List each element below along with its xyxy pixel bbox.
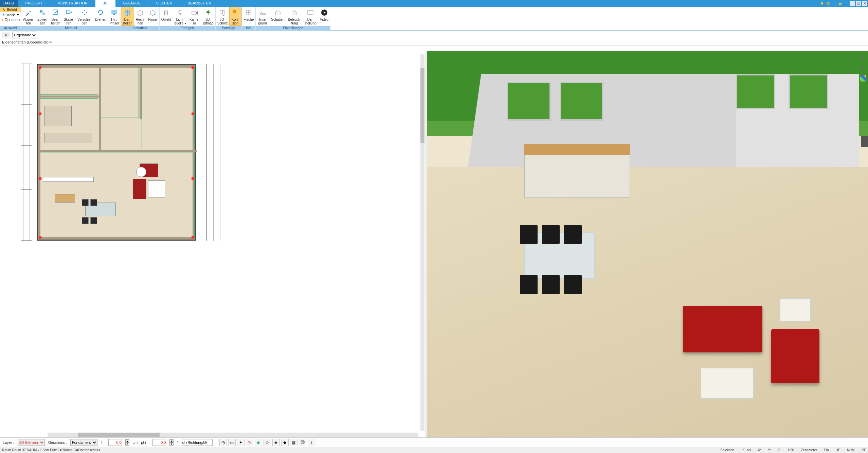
area-icon bbox=[244, 8, 253, 17]
btn-abgreifen[interactable]: Abgrei-fen bbox=[21, 7, 36, 26]
layers-icon[interactable]: ▥ bbox=[825, 1, 831, 6]
btn-schatten[interactable]: Schatten bbox=[269, 7, 286, 26]
btn-skalieren[interactable]: Skalie-ren bbox=[62, 7, 76, 26]
move-icon bbox=[80, 8, 89, 17]
tab-bearbeiten[interactable]: BEARBEITEN bbox=[180, 0, 219, 7]
btn-pinsel[interactable]: Pinsel bbox=[146, 7, 159, 26]
group-material-label: Material bbox=[21, 26, 121, 30]
deg-label: ° bbox=[177, 440, 178, 445]
eyedropper-icon bbox=[24, 8, 33, 17]
scene-3d[interactable] bbox=[427, 51, 868, 437]
tree-icon[interactable]: ☰ bbox=[837, 1, 843, 6]
btn-verschieben[interactable]: Verschie-ben bbox=[76, 7, 93, 26]
side-mark-label: Mark. bbox=[6, 13, 16, 17]
tree-panel-icon[interactable]: ❀ bbox=[859, 85, 867, 92]
tab-datei[interactable]: DATEI bbox=[0, 0, 18, 7]
btn-3d-schnitt[interactable]: 3D-Schnitt bbox=[216, 7, 230, 26]
geschoss-select[interactable]: Fundament bbox=[70, 439, 97, 446]
collision-icon bbox=[231, 8, 240, 17]
btn-darstellen[interactable]: Dar-stellen bbox=[121, 7, 134, 26]
pane-3d[interactable] bbox=[427, 51, 868, 437]
svg-point-5 bbox=[179, 10, 182, 14]
cube-calc-icon bbox=[136, 8, 145, 17]
ribbon: ↖ Selekt ✦ Mark. ▾ + Optionen Auswahl Ab… bbox=[0, 7, 868, 31]
chair-panel-icon[interactable]: ♜ bbox=[859, 65, 867, 72]
group-sonstige: 3D-Schnitt Kolli-sion Sonstige bbox=[215, 7, 242, 30]
grid-icon[interactable]: ▦ bbox=[290, 439, 297, 446]
btn-kamera[interactable]: Kame-ra bbox=[188, 7, 201, 26]
group-info: Fläche Info bbox=[241, 7, 255, 30]
group-einstellungen: Hinter-grund Schatten Beleuch-tung Dar-s… bbox=[255, 7, 330, 30]
close-icon[interactable]: ✕ bbox=[862, 1, 867, 6]
layer4-icon[interactable]: ◆ bbox=[281, 439, 289, 446]
chair-icon bbox=[162, 8, 170, 17]
group-info-label: Info bbox=[242, 26, 255, 30]
status-y: Y: bbox=[768, 448, 771, 452]
layer-select[interactable]: 2D-Elemen bbox=[18, 439, 45, 446]
layers-panel-icon[interactable]: ▤ bbox=[859, 54, 867, 61]
btn-bearbeiten[interactable]: Bear-beiten bbox=[49, 7, 62, 26]
tab-projekt[interactable]: PROJEKT bbox=[18, 0, 51, 7]
tab-gelaende[interactable]: GELÄNDE bbox=[115, 0, 149, 7]
btn-objekt[interactable]: Objekt bbox=[160, 7, 173, 26]
btn-hin-pinsel[interactable]: Hin.Pinsel bbox=[108, 7, 121, 26]
side-panel-handle[interactable] bbox=[861, 136, 868, 147]
phi-spinner[interactable]: ▲▼ bbox=[169, 439, 174, 446]
menu-tabs: DATEI PROJEKT KONSTRUKTION 3D GELÄNDE SI… bbox=[0, 0, 868, 7]
floorplan[interactable] bbox=[37, 64, 196, 241]
scrollbar-vertical[interactable] bbox=[420, 54, 424, 431]
svg-point-10 bbox=[294, 13, 295, 14]
palette-icon[interactable] bbox=[860, 75, 866, 82]
tab-sichten[interactable]: SICHTEN bbox=[148, 0, 180, 7]
maximize-icon[interactable]: □ bbox=[856, 1, 861, 6]
side-selekt[interactable]: ↖ Selekt bbox=[0, 7, 21, 12]
cube-icon bbox=[123, 8, 132, 17]
layer3-icon[interactable]: ◈ bbox=[272, 439, 280, 446]
phi-label: phi = bbox=[141, 440, 149, 445]
btn-zuweisen[interactable]: Zuwei-sen bbox=[36, 7, 49, 26]
btn-rechnen[interactable]: Rech-nen bbox=[134, 7, 147, 26]
side-mark[interactable]: ✦ Mark. ▾ bbox=[0, 12, 21, 17]
btn-flaeche[interactable]: Fläche bbox=[242, 7, 255, 26]
side-optionen[interactable]: + Optionen bbox=[0, 17, 21, 22]
help-icon[interactable]: ? bbox=[844, 1, 849, 6]
status-selektion: Selektion bbox=[720, 448, 734, 452]
btn-drehen[interactable]: Drehen bbox=[93, 7, 108, 26]
status-unit: Zentimeter bbox=[801, 448, 817, 452]
tab-konstruktion[interactable]: KONSTRUKTION bbox=[50, 0, 95, 7]
layer1-icon[interactable]: ◆ bbox=[255, 439, 262, 446]
btn-lichtquelle[interactable]: Licht-quelle ▾ bbox=[173, 7, 188, 26]
clock-icon[interactable]: ◷ bbox=[219, 439, 227, 446]
l-input[interactable] bbox=[108, 439, 122, 446]
tool-icon[interactable]: ✖ bbox=[819, 1, 825, 6]
camera2-icon[interactable]: ✦ bbox=[237, 439, 245, 446]
svg-rect-1 bbox=[42, 13, 45, 15]
l-spinner[interactable]: ▲▼ bbox=[125, 439, 129, 446]
status-left: Raum Raum 37 RAUM - 1.5cm Putz L=Räume G… bbox=[2, 448, 100, 452]
properties-hint[interactable]: Eigenschaften (Doppelklick)-> bbox=[0, 39, 868, 46]
workspace bbox=[0, 51, 868, 437]
btn-beleuchtung[interactable]: Beleuch-tung bbox=[286, 7, 303, 26]
minimize-icon[interactable]: — bbox=[850, 1, 855, 6]
phi-input[interactable] bbox=[152, 439, 166, 446]
side-selekt-label: Selekt bbox=[7, 7, 17, 12]
brush2-icon[interactable]: ✎ bbox=[246, 439, 253, 446]
pane-2d[interactable] bbox=[0, 51, 425, 437]
scrollbar-horizontal[interactable] bbox=[48, 433, 418, 437]
btn-video[interactable]: Video bbox=[318, 7, 330, 26]
monitor-icon[interactable]: ▭ bbox=[228, 439, 236, 446]
north-icon[interactable]: Ⓝ bbox=[299, 439, 306, 446]
layer2-icon[interactable]: ◇ bbox=[264, 439, 271, 446]
btn-kollision[interactable]: Kolli-sion bbox=[229, 7, 241, 26]
dl-input[interactable] bbox=[182, 439, 213, 446]
terrain-select[interactable]: Urgelände bbox=[12, 32, 37, 38]
btn-darstellung[interactable]: Dar-stellung bbox=[303, 7, 318, 26]
btn-hintergrund[interactable]: Hinter-grund bbox=[256, 7, 269, 26]
tab-3d[interactable]: 3D bbox=[95, 0, 115, 7]
info-icon[interactable]: i bbox=[308, 439, 315, 446]
btn-3d-bitmap[interactable]: 3D-Bitmap bbox=[201, 7, 215, 26]
window-icon[interactable]: ▭ bbox=[831, 1, 837, 6]
chevron-down-icon: ▾ bbox=[17, 13, 19, 17]
display-icon bbox=[306, 8, 315, 17]
status-num: NUM bbox=[847, 448, 855, 452]
